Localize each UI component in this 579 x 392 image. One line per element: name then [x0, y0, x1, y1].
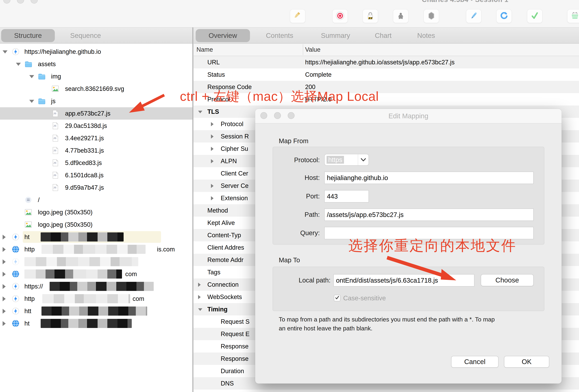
tree-row[interactable]: JS4.77beb331.js	[0, 144, 192, 157]
js-icon: JS	[52, 159, 59, 167]
throttle-button[interactable]	[393, 9, 409, 23]
chevron-collapsed-icon[interactable]	[2, 259, 6, 264]
repeat-button[interactable]	[496, 9, 512, 23]
chevron-expanded-icon[interactable]	[198, 111, 202, 113]
window-close-button[interactable]	[3, 0, 10, 3]
compose-button[interactable]	[466, 9, 482, 23]
port-field[interactable]	[324, 190, 369, 203]
tree-item-label: img	[51, 70, 61, 83]
tree-row[interactable]: JS3.4ee29271.js	[0, 132, 192, 144]
column-separator[interactable]	[303, 44, 303, 55]
path-field[interactable]	[324, 209, 534, 221]
chevron-collapsed-icon[interactable]	[2, 284, 6, 289]
tab-overview[interactable]: Overview	[196, 29, 250, 42]
tree-row[interactable]: JS6.1501dca8.js	[0, 169, 192, 181]
redacted-mosaic	[41, 245, 145, 254]
tree-row[interactable]: img	[0, 70, 192, 83]
row-name: Connection	[207, 279, 239, 291]
check-icon	[530, 11, 539, 21]
chevron-collapsed-icon[interactable]	[2, 296, 6, 301]
case-sensitive-checkbox[interactable]	[334, 295, 340, 301]
tree-row[interactable]: com	[0, 268, 192, 280]
chevron-collapsed-icon[interactable]	[198, 283, 201, 287]
chevron-collapsed-icon[interactable]	[2, 321, 6, 326]
tab-contents[interactable]: Contents	[261, 29, 298, 42]
table-row[interactable]: Connect	[194, 390, 579, 392]
tree-row[interactable]: httpis.com	[0, 243, 192, 255]
tree-row[interactable]: htt	[0, 305, 192, 317]
tree-row[interactable]: ht	[0, 317, 192, 330]
redacted-mosaic	[41, 319, 132, 328]
globe-icon	[12, 320, 19, 327]
tab-contents-label: Contents	[266, 32, 293, 40]
chevron-collapsed-icon[interactable]	[211, 184, 214, 188]
clear-session-button[interactable]	[290, 9, 305, 23]
tree-row[interactable]: logo.jpeg (350x350)	[0, 219, 192, 231]
chevron-collapsed-icon[interactable]	[211, 122, 214, 126]
tree-row[interactable]: JS9.d59a7b47.js	[0, 181, 192, 194]
chevron-expanded-icon[interactable]	[29, 75, 34, 78]
chevron-collapsed-icon[interactable]	[211, 134, 214, 139]
svg-text:JS: JS	[53, 174, 56, 176]
row-name: Kept Alive	[207, 217, 235, 229]
tree-row[interactable]: https://hejialianghe.github.io	[0, 46, 192, 58]
tree-row[interactable]: assets	[0, 58, 192, 70]
chevron-expanded-icon[interactable]	[2, 50, 7, 54]
tree-row[interactable]: logo.jpeg (350x350)	[0, 206, 192, 219]
chevron-collapsed-icon[interactable]	[2, 272, 6, 277]
choose-button-label: Choose	[495, 276, 519, 284]
host-field[interactable]	[324, 172, 534, 184]
table-row[interactable]: StatusComplete	[194, 68, 579, 81]
lightning-icon	[12, 295, 19, 302]
tree-row[interactable]: JS29.0ac5138d.js	[0, 120, 192, 132]
lightning-icon	[12, 307, 19, 315]
chevron-collapsed-icon[interactable]	[2, 235, 6, 240]
chevron-expanded-icon[interactable]	[29, 100, 34, 103]
record-button[interactable]	[332, 9, 348, 23]
chevron-collapsed-icon[interactable]	[2, 309, 6, 314]
tree-row[interactable]	[0, 255, 192, 268]
tools-button[interactable]	[567, 9, 579, 23]
choose-button[interactable]: Choose	[481, 274, 534, 286]
tree-row[interactable]: https://	[0, 280, 192, 292]
chevron-collapsed-icon[interactable]	[198, 295, 201, 299]
tab-summary[interactable]: Summary	[316, 29, 355, 42]
protocol-select[interactable]: https	[324, 154, 369, 166]
record-icon	[336, 11, 345, 21]
js-icon: JS	[52, 147, 59, 154]
chevron-expanded-icon[interactable]	[16, 63, 21, 66]
row-name: Response	[221, 352, 248, 365]
port-label: Port:	[271, 193, 320, 200]
redacted-mosaic	[24, 270, 122, 279]
cancel-button[interactable]: Cancel	[451, 356, 499, 368]
ssl-proxying-button[interactable]	[362, 9, 378, 23]
tree-row[interactable]: ht	[0, 231, 192, 243]
chevron-collapsed-icon[interactable]	[211, 147, 214, 151]
tree-item-label-suffix: com	[133, 292, 144, 305]
red-arrow-to-tree-icon	[124, 91, 172, 119]
tab-sequence[interactable]: Sequence	[66, 29, 105, 42]
tab-notes[interactable]: Notes	[415, 29, 437, 42]
window-minimize-button[interactable]	[17, 0, 24, 3]
chevron-collapsed-icon[interactable]	[2, 247, 6, 252]
chevron-collapsed-icon[interactable]	[211, 159, 214, 163]
tab-structure[interactable]: Structure	[1, 29, 55, 42]
path-label: Path:	[271, 211, 320, 218]
tree-row[interactable]: /	[0, 194, 192, 206]
pane-divider[interactable]	[192, 27, 193, 392]
table-row[interactable]: URLhttps://hejialianghe.github.io/assets…	[194, 56, 579, 68]
chevron-expanded-icon[interactable]	[198, 308, 202, 311]
tree-row[interactable]: httpcom	[0, 292, 192, 305]
breakpoints-button[interactable]	[424, 9, 439, 23]
validate-button[interactable]	[527, 9, 543, 23]
window-zoom-button[interactable]	[31, 0, 38, 3]
tab-chart[interactable]: Chart	[373, 29, 394, 42]
tree-item-label: js	[51, 95, 56, 107]
tree-row[interactable]: JS5.df9ced83.js	[0, 157, 192, 169]
list-icon	[25, 196, 32, 204]
ok-button[interactable]: OK	[504, 356, 549, 368]
folder-icon	[38, 98, 45, 105]
tree-item-label: /	[38, 194, 40, 206]
chevron-collapsed-icon[interactable]	[211, 196, 214, 200]
redacted-mosaic	[42, 294, 130, 303]
